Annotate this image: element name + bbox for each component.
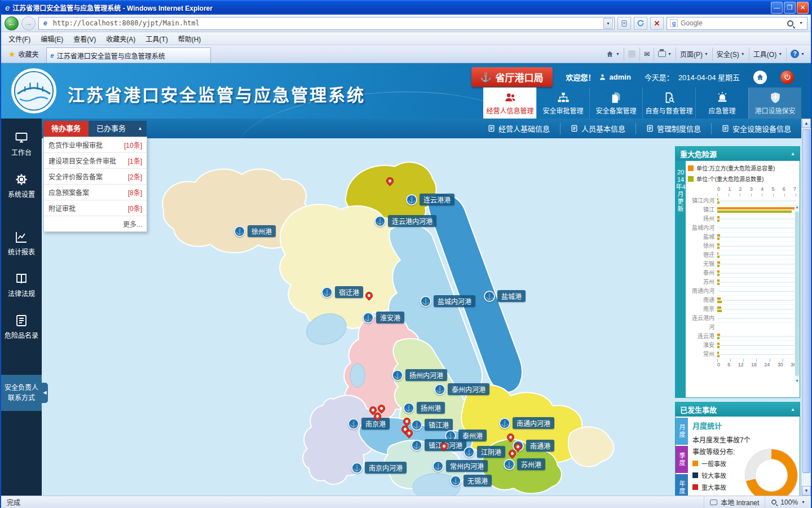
location-pin-icon[interactable] [405, 430, 414, 438]
browser-tab[interactable]: e 江苏省港口安全监管与应急管理系统 [46, 47, 211, 63]
tab-pending-tasks[interactable]: 待办事务 [43, 121, 89, 137]
back-button[interactable]: ← [5, 16, 19, 30]
scroll-thumb[interactable] [795, 212, 799, 376]
stop-button[interactable]: ✕ [650, 17, 664, 30]
task-row[interactable]: 建设项目安全条件审批[1条] [44, 153, 147, 169]
port-marker[interactable]: ⚓泰州内河港 [434, 383, 489, 395]
tab-done-tasks[interactable]: 已办事务 [89, 121, 134, 137]
location-pin-icon[interactable] [509, 450, 517, 458]
menu-item[interactable]: 查看(V) [68, 32, 101, 45]
menu-item[interactable]: 文件(F) [3, 32, 36, 45]
menu-item[interactable]: 帮助(H) [173, 32, 206, 45]
port-marker[interactable]: ⚓江阴港 [464, 446, 505, 458]
location-pin-icon[interactable] [365, 292, 374, 300]
location-pin-icon[interactable] [507, 433, 515, 442]
collapse-arrow-icon[interactable]: ◀ [42, 383, 48, 403]
nav-emergency[interactable]: 应急管理 [695, 87, 748, 119]
nav-operator-info[interactable]: 经营人信息管理 [483, 87, 536, 119]
nav-inspection[interactable]: 自查与督查管理 [642, 87, 695, 119]
port-marker[interactable]: ⚓连云港内河港 [374, 215, 436, 227]
nav-safety-approval[interactable]: 安全审批管理 [536, 87, 589, 119]
port-marker[interactable]: ⚓南京内河港 [351, 462, 407, 474]
port-marker[interactable]: ⚓盐城港 [484, 290, 526, 302]
task-row[interactable]: 安全评价报告备案[2条] [44, 169, 147, 185]
search-box[interactable]: g ▼ [667, 17, 807, 30]
port-marker[interactable]: ⚓扬州内河港 [392, 369, 447, 381]
port-marker[interactable]: ⚓连云港港 [406, 194, 454, 205]
menu-item[interactable]: 工具(T) [140, 32, 173, 45]
forward-button[interactable]: → [21, 16, 36, 30]
sidebar-item-safety-contact[interactable]: 安全负责人 联系方式 ◀ [1, 375, 42, 411]
port-marker[interactable]: ⚓南京港 [348, 418, 390, 430]
location-pin-icon[interactable] [374, 413, 382, 421]
search-input[interactable] [681, 19, 784, 27]
minimize-button[interactable]: — [771, 2, 783, 14]
home-shortcut-button[interactable] [753, 71, 767, 84]
nav-safety-records[interactable]: 安全备案管理 [589, 87, 642, 119]
task-row[interactable]: 应急预案备案[8条] [44, 185, 147, 200]
port-marker[interactable]: ⚓扬州港 [403, 402, 445, 414]
port-marker[interactable]: ⚓淮安港 [363, 312, 404, 323]
port-marker[interactable]: ⚓无锡港 [450, 475, 492, 487]
scroll-thumb[interactable] [802, 129, 810, 473]
sidebar-item-dangerous-goods[interactable]: 危险品名录 [1, 310, 42, 343]
maximize-button[interactable]: ❐ [784, 2, 796, 14]
sidebar-item-workbench[interactable]: 工作台 [1, 128, 42, 160]
task-row[interactable]: 附证审批[0条] [44, 200, 147, 216]
feeds-button[interactable] [624, 47, 639, 61]
sidebar-item-reports[interactable]: 统计报表 [1, 227, 42, 260]
safety-menu-button[interactable]: 安全(S)▼ [712, 47, 749, 61]
page-menu-button[interactable]: 页面(P)▼ [676, 47, 712, 61]
port-marker[interactable]: ⚓盐城内河港 [420, 295, 475, 307]
collapse-up-icon[interactable]: ▲ [791, 151, 795, 156]
search-icon[interactable] [787, 20, 793, 27]
subnav-personnel-basic[interactable]: 人员基本信息 [560, 123, 636, 134]
scroll-down-icon[interactable]: ▼ [795, 379, 800, 383]
menu-item[interactable]: 收藏夹(A) [101, 32, 140, 45]
sidebar-item-laws[interactable]: 法律法规 [1, 269, 42, 301]
zoom-control[interactable]: 100% ▼ [765, 496, 811, 508]
port-marker[interactable]: ⚓南通内河港 [499, 417, 554, 429]
print-button[interactable]: ▼ [654, 47, 676, 61]
scroll-track[interactable] [802, 128, 811, 486]
subnav-safety-equipment[interactable]: 安全设施设备信息 [711, 123, 801, 134]
scroll-up-button[interactable]: ▲ [802, 119, 811, 128]
port-marker[interactable]: ⚓宿迁港 [321, 286, 363, 298]
scroll-up-icon[interactable]: ▲ [795, 205, 800, 209]
port-marker[interactable]: ⚓镇江内河港 [411, 439, 466, 451]
hazard-panel-header[interactable]: 重大危险源 ▲ [676, 147, 800, 161]
url-input[interactable] [53, 19, 601, 27]
task-row[interactable]: 危货作业申报审批[10条] [44, 137, 147, 153]
address-dropdown-icon[interactable]: ▼ [603, 18, 613, 29]
close-button[interactable]: ✕ [797, 2, 809, 14]
collapse-up-icon[interactable]: ▲ [791, 407, 795, 412]
accident-panel-header[interactable]: 已发生事故 ▲ [676, 402, 800, 417]
menu-item[interactable]: 编辑(E) [36, 32, 68, 45]
location-pin-icon[interactable] [440, 443, 449, 451]
accident-period-tab[interactable]: 季度 [676, 446, 688, 473]
logout-button[interactable] [780, 71, 794, 84]
search-dropdown-icon[interactable]: ▼ [796, 18, 806, 29]
tools-menu-button[interactable]: 工具(O)▼ [749, 47, 786, 61]
port-marker[interactable]: ⚓镇江港 [411, 419, 453, 431]
sidebar-item-settings[interactable]: 系统设置 [1, 169, 42, 202]
accident-period-tab[interactable]: 月度 [676, 418, 688, 445]
port-marker[interactable]: ⚓徐州港 [234, 225, 276, 237]
home-button[interactable]: ▼ [602, 47, 624, 61]
compatibility-view-button[interactable] [617, 17, 631, 30]
location-pin-icon[interactable] [378, 405, 386, 413]
page-scrollbar[interactable]: ▲ ▼ [801, 119, 811, 496]
hazard-scrollbar[interactable]: ▲ ▼ [795, 205, 800, 383]
task-collapse-button[interactable]: ▲ [134, 121, 147, 137]
port-marker[interactable]: ⚓苏州港 [504, 458, 545, 470]
accident-period-tab[interactable]: 年度 [676, 474, 688, 496]
subnav-management-system[interactable]: 管理制度信息 [636, 123, 711, 134]
nav-port-security[interactable]: 港口设施保安 [748, 87, 801, 119]
port-marker[interactable]: ⚓常州内河港 [433, 460, 488, 472]
refresh-button[interactable] [634, 17, 647, 30]
location-pin-icon[interactable] [386, 177, 395, 186]
task-more-link[interactable]: 更多... [44, 216, 147, 231]
mail-button[interactable]: ✉ [639, 47, 654, 61]
address-field[interactable]: e ▼ [38, 17, 615, 30]
help-button[interactable]: ?▼ [786, 47, 809, 61]
